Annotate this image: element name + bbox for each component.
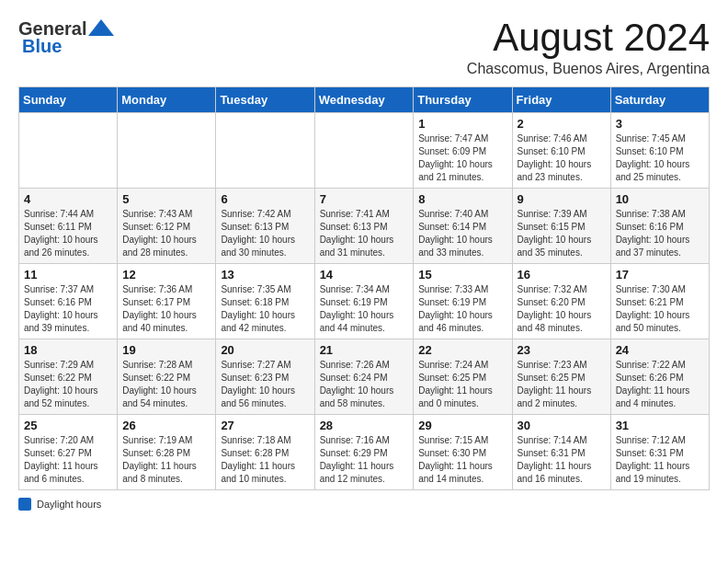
- day-info: Sunrise: 7:28 AM Sunset: 6:22 PM Dayligh…: [122, 359, 210, 410]
- day-number: 31: [616, 419, 704, 432]
- calendar-cell: 3Sunrise: 7:45 AM Sunset: 6:10 PM Daylig…: [610, 113, 709, 189]
- day-number: 6: [221, 192, 309, 206]
- weekday-header: Saturday: [610, 87, 709, 113]
- calendar-cell: 26Sunrise: 7:19 AM Sunset: 6:28 PM Dayli…: [118, 415, 216, 490]
- weekday-header: Thursday: [414, 87, 512, 113]
- day-number: 15: [418, 268, 506, 282]
- day-info: Sunrise: 7:36 AM Sunset: 6:17 PM Dayligh…: [122, 283, 210, 335]
- svg-marker-0: [88, 19, 114, 36]
- day-number: 30: [518, 419, 606, 432]
- day-info: Sunrise: 7:34 AM Sunset: 6:19 PM Dayligh…: [320, 283, 409, 335]
- day-number: 18: [24, 343, 112, 357]
- day-info: Sunrise: 7:16 AM Sunset: 6:29 PM Dayligh…: [320, 434, 409, 486]
- day-number: 3: [616, 117, 704, 131]
- footer-dot: [18, 498, 31, 511]
- calendar-cell: 16Sunrise: 7:32 AM Sunset: 6:20 PM Dayli…: [512, 264, 610, 339]
- day-number: 16: [518, 268, 606, 282]
- footer: Daylight hours: [18, 498, 710, 511]
- calendar-cell: [216, 113, 314, 189]
- day-number: 22: [418, 343, 506, 357]
- day-info: Sunrise: 7:39 AM Sunset: 6:15 PM Dayligh…: [518, 208, 606, 259]
- calendar-cell: 5Sunrise: 7:43 AM Sunset: 6:12 PM Daylig…: [118, 189, 216, 264]
- day-number: 24: [616, 343, 704, 357]
- calendar-cell: 30Sunrise: 7:14 AM Sunset: 6:31 PM Dayli…: [512, 415, 610, 490]
- day-number: 1: [418, 117, 506, 131]
- calendar-week-row: 18Sunrise: 7:29 AM Sunset: 6:22 PM Dayli…: [19, 339, 710, 415]
- day-info: Sunrise: 7:44 AM Sunset: 6:11 PM Dayligh…: [24, 208, 112, 259]
- calendar: SundayMondayTuesdayWednesdayThursdayFrid…: [18, 86, 710, 490]
- day-number: 9: [518, 192, 606, 206]
- day-info: Sunrise: 7:37 AM Sunset: 6:16 PM Dayligh…: [24, 283, 112, 335]
- day-info: Sunrise: 7:30 AM Sunset: 6:21 PM Dayligh…: [616, 283, 704, 335]
- calendar-cell: 23Sunrise: 7:23 AM Sunset: 6:25 PM Dayli…: [512, 339, 610, 415]
- day-number: 2: [518, 117, 606, 131]
- footer-label: Daylight hours: [37, 499, 101, 510]
- day-info: Sunrise: 7:23 AM Sunset: 6:25 PM Dayligh…: [518, 359, 606, 410]
- calendar-cell: 4Sunrise: 7:44 AM Sunset: 6:11 PM Daylig…: [19, 189, 118, 264]
- calendar-cell: 12Sunrise: 7:36 AM Sunset: 6:17 PM Dayli…: [118, 264, 216, 339]
- day-info: Sunrise: 7:42 AM Sunset: 6:13 PM Dayligh…: [221, 208, 309, 259]
- day-number: 27: [221, 419, 309, 432]
- calendar-cell: 19Sunrise: 7:28 AM Sunset: 6:22 PM Dayli…: [118, 339, 216, 415]
- day-number: 21: [320, 343, 409, 357]
- calendar-week-row: 11Sunrise: 7:37 AM Sunset: 6:16 PM Dayli…: [19, 264, 710, 339]
- day-number: 17: [616, 268, 704, 282]
- day-info: Sunrise: 7:40 AM Sunset: 6:14 PM Dayligh…: [418, 208, 506, 259]
- logo-blue: Blue: [22, 36, 62, 57]
- day-number: 5: [122, 192, 210, 206]
- day-info: Sunrise: 7:29 AM Sunset: 6:22 PM Dayligh…: [24, 359, 112, 410]
- day-info: Sunrise: 7:47 AM Sunset: 6:09 PM Dayligh…: [418, 132, 506, 184]
- calendar-cell: 7Sunrise: 7:41 AM Sunset: 6:13 PM Daylig…: [314, 189, 414, 264]
- day-number: 7: [320, 192, 409, 206]
- calendar-cell: 22Sunrise: 7:24 AM Sunset: 6:25 PM Dayli…: [414, 339, 512, 415]
- calendar-cell: 28Sunrise: 7:16 AM Sunset: 6:29 PM Dayli…: [314, 415, 414, 490]
- day-info: Sunrise: 7:45 AM Sunset: 6:10 PM Dayligh…: [616, 132, 704, 184]
- calendar-week-row: 4Sunrise: 7:44 AM Sunset: 6:11 PM Daylig…: [19, 189, 710, 264]
- day-number: 19: [122, 343, 210, 357]
- day-info: Sunrise: 7:26 AM Sunset: 6:24 PM Dayligh…: [320, 359, 409, 410]
- day-number: 26: [122, 419, 210, 432]
- day-info: Sunrise: 7:35 AM Sunset: 6:18 PM Dayligh…: [221, 283, 309, 335]
- calendar-cell: 15Sunrise: 7:33 AM Sunset: 6:19 PM Dayli…: [414, 264, 512, 339]
- calendar-cell: [118, 113, 216, 189]
- day-number: 11: [24, 268, 112, 282]
- calendar-week-row: 1Sunrise: 7:47 AM Sunset: 6:09 PM Daylig…: [19, 113, 710, 189]
- day-info: Sunrise: 7:14 AM Sunset: 6:31 PM Dayligh…: [518, 434, 606, 486]
- day-number: 4: [24, 192, 112, 206]
- calendar-cell: 6Sunrise: 7:42 AM Sunset: 6:13 PM Daylig…: [216, 189, 314, 264]
- day-info: Sunrise: 7:41 AM Sunset: 6:13 PM Dayligh…: [320, 208, 409, 259]
- day-info: Sunrise: 7:32 AM Sunset: 6:20 PM Dayligh…: [518, 283, 606, 335]
- day-info: Sunrise: 7:46 AM Sunset: 6:10 PM Dayligh…: [518, 132, 606, 184]
- day-info: Sunrise: 7:19 AM Sunset: 6:28 PM Dayligh…: [122, 434, 210, 486]
- day-number: 12: [122, 268, 210, 282]
- day-info: Sunrise: 7:24 AM Sunset: 6:25 PM Dayligh…: [418, 359, 506, 410]
- day-info: Sunrise: 7:15 AM Sunset: 6:30 PM Dayligh…: [418, 434, 506, 486]
- calendar-cell: 29Sunrise: 7:15 AM Sunset: 6:30 PM Dayli…: [414, 415, 512, 490]
- day-info: Sunrise: 7:27 AM Sunset: 6:23 PM Dayligh…: [221, 359, 309, 410]
- day-number: 29: [418, 419, 506, 432]
- calendar-cell: 20Sunrise: 7:27 AM Sunset: 6:23 PM Dayli…: [216, 339, 314, 415]
- day-info: Sunrise: 7:20 AM Sunset: 6:27 PM Dayligh…: [24, 434, 112, 486]
- weekday-header: Wednesday: [314, 87, 414, 113]
- calendar-cell: 21Sunrise: 7:26 AM Sunset: 6:24 PM Dayli…: [314, 339, 414, 415]
- calendar-cell: 24Sunrise: 7:22 AM Sunset: 6:26 PM Dayli…: [610, 339, 709, 415]
- day-info: Sunrise: 7:33 AM Sunset: 6:19 PM Dayligh…: [418, 283, 506, 335]
- location: Chascomus, Buenos Aires, Argentina: [467, 61, 710, 77]
- day-number: 14: [320, 268, 409, 282]
- calendar-cell: [314, 113, 414, 189]
- day-info: Sunrise: 7:43 AM Sunset: 6:12 PM Dayligh…: [122, 208, 210, 259]
- day-number: 23: [518, 343, 606, 357]
- day-info: Sunrise: 7:38 AM Sunset: 6:16 PM Dayligh…: [616, 208, 704, 259]
- calendar-cell: 18Sunrise: 7:29 AM Sunset: 6:22 PM Dayli…: [19, 339, 118, 415]
- calendar-cell: 17Sunrise: 7:30 AM Sunset: 6:21 PM Dayli…: [610, 264, 709, 339]
- calendar-cell: 9Sunrise: 7:39 AM Sunset: 6:15 PM Daylig…: [512, 189, 610, 264]
- day-number: 8: [418, 192, 506, 206]
- calendar-cell: 25Sunrise: 7:20 AM Sunset: 6:27 PM Dayli…: [19, 415, 118, 490]
- calendar-cell: 1Sunrise: 7:47 AM Sunset: 6:09 PM Daylig…: [414, 113, 512, 189]
- weekday-header: Monday: [118, 87, 216, 113]
- logo-icon: [88, 19, 114, 36]
- calendar-cell: [19, 113, 118, 189]
- day-number: 25: [24, 419, 112, 432]
- calendar-cell: 14Sunrise: 7:34 AM Sunset: 6:19 PM Dayli…: [314, 264, 414, 339]
- title-area: August 2024 Chascomus, Buenos Aires, Arg…: [467, 18, 710, 77]
